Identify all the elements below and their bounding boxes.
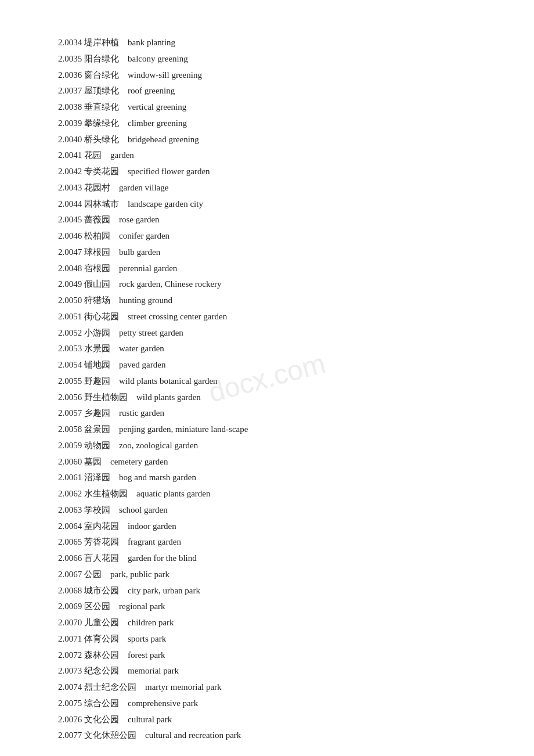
- entry-code: 2.0056: [58, 393, 84, 402]
- list-item: 2.0060 墓园 cemetery garden: [58, 454, 488, 470]
- entry-code: 2.0044: [58, 199, 84, 208]
- list-item: 2.0046 松柏园 conifer garden: [58, 228, 488, 244]
- list-item: 2.0058 盆景园 penjing garden, miniature lan…: [58, 422, 488, 438]
- entry-chinese: 学校园: [84, 505, 110, 514]
- entry-english: children park: [128, 618, 174, 627]
- entry-english: hunting ground: [119, 296, 172, 305]
- list-item: 2.0063 学校园 school garden: [58, 502, 488, 519]
- entry-code: 2.0041: [58, 150, 84, 160]
- content-list: 2.0034 堤岸种植 bank planting2.0035 阳台绿化 bal…: [58, 35, 488, 744]
- entry-english: wild plants garden: [136, 393, 201, 402]
- entry-chinese: 盆景园: [84, 424, 110, 434]
- list-item: 2.0068 城市公园 city park, urban park: [58, 583, 488, 599]
- list-item: 2.0050 狩猎场 hunting ground: [58, 293, 488, 309]
- entry-english: cultural park: [128, 715, 172, 724]
- entry-code: 2.0075: [58, 699, 84, 708]
- entry-chinese: 球根园: [84, 247, 110, 257]
- entry-chinese: 小游园: [84, 328, 110, 337]
- list-item: 2.0037 屋顶绿化 roof greening: [58, 83, 488, 99]
- list-item: 2.0062 水生植物园 aquatic plants garden: [58, 486, 488, 502]
- entry-chinese: 文化公园: [84, 715, 119, 724]
- entry-english: zoo, zoological garden: [119, 441, 198, 450]
- entry-code: 2.0048: [58, 264, 84, 273]
- entry-english: city park, urban park: [128, 586, 200, 595]
- entry-code: 2.0050: [58, 296, 84, 305]
- entry-chinese: 蔷薇园: [84, 215, 110, 224]
- entry-code: 2.0034: [58, 38, 84, 47]
- entry-chinese: 墓园: [84, 457, 102, 466]
- entry-english: petty street garden: [119, 328, 183, 337]
- entry-chinese: 水景园: [84, 344, 110, 353]
- entry-code: 2.0039: [58, 118, 84, 128]
- list-item: 2.0061 沼泽园 bog and marsh garden: [58, 470, 488, 486]
- entry-chinese: 野生植物园: [84, 393, 128, 402]
- entry-code: 2.0036: [58, 70, 84, 80]
- entry-english: bank planting: [128, 38, 175, 47]
- entry-english: rock garden, Chinese rockery: [119, 279, 222, 289]
- entry-code: 2.0068: [58, 586, 84, 595]
- entry-english: school garden: [119, 505, 168, 514]
- list-item: 2.0054 铺地园 paved garden: [58, 357, 488, 373]
- entry-english: cultural and recreation park: [145, 730, 241, 740]
- list-item: 2.0042 专类花园 specified flower garden: [58, 164, 488, 180]
- list-item: 2.0043 花园村 garden village: [58, 180, 488, 196]
- entry-chinese: 儿童公园: [84, 618, 119, 627]
- entry-chinese: 野趣园: [84, 376, 110, 386]
- list-item: 2.0051 街心花园 street crossing center garde…: [58, 309, 488, 325]
- entry-english: climber greening: [128, 118, 187, 128]
- entry-chinese: 铺地园: [84, 360, 110, 369]
- entry-chinese: 城市公园: [84, 586, 119, 595]
- list-item: 2.0052 小游园 petty street garden: [58, 325, 488, 341]
- entry-code: 2.0074: [58, 682, 84, 692]
- entry-code: 2.0049: [58, 279, 84, 289]
- entry-code: 2.0064: [58, 521, 84, 531]
- entry-code: 2.0054: [58, 360, 84, 369]
- entry-code: 2.0060: [58, 457, 84, 466]
- entry-code: 2.0042: [58, 167, 84, 176]
- list-item: 2.0041 花园 garden: [58, 147, 488, 164]
- entry-chinese: 水生植物园: [84, 489, 128, 498]
- list-item: 2.0071 体育公园 sports park: [58, 631, 488, 647]
- list-item: 2.0053 水景园 water garden: [58, 341, 488, 357]
- list-item: 2.0049 假山园 rock garden, Chinese rockery: [58, 276, 488, 293]
- entry-chinese: 乡趣园: [84, 408, 110, 417]
- entry-code: 2.0053: [58, 344, 84, 353]
- entry-english: park, public park: [110, 570, 169, 579]
- entry-english: wild plants botanical garden: [119, 376, 218, 386]
- entry-chinese: 阳台绿化: [84, 54, 119, 63]
- entry-chinese: 堤岸种植: [84, 38, 119, 47]
- entry-english: forest park: [128, 650, 165, 660]
- entry-english: martyr memorial park: [145, 682, 222, 692]
- entry-english: conifer garden: [119, 231, 169, 240]
- list-item: 2.0075 综合公园 comprehensive park: [58, 696, 488, 712]
- entry-code: 2.0046: [58, 231, 84, 240]
- entry-chinese: 假山园: [84, 279, 110, 289]
- entry-chinese: 花园: [84, 150, 102, 160]
- entry-chinese: 区公园: [84, 602, 110, 611]
- list-item: 2.0072 森林公园 forest park: [58, 647, 488, 664]
- entry-english: garden: [110, 150, 134, 160]
- entry-english: comprehensive park: [128, 699, 198, 708]
- entry-english: paved garden: [119, 360, 165, 369]
- entry-english: landscape garden city: [128, 199, 203, 208]
- entry-english: aquatic plants garden: [136, 489, 210, 498]
- list-item: 2.0070 儿童公园 children park: [58, 615, 488, 631]
- entry-english: specified flower garden: [128, 167, 210, 176]
- entry-code: 2.0061: [58, 473, 84, 482]
- list-item: 2.0038 垂直绿化 vertical greening: [58, 99, 488, 116]
- entry-english: garden village: [119, 183, 168, 192]
- entry-english: bog and marsh garden: [119, 473, 196, 482]
- entry-code: 2.0069: [58, 602, 84, 611]
- entry-code: 2.0059: [58, 441, 84, 450]
- list-item: 2.0047 球根园 bulb garden: [58, 244, 488, 261]
- entry-chinese: 纪念公园: [84, 666, 119, 675]
- list-item: 2.0044 园林城市 landscape garden city: [58, 196, 488, 213]
- list-item: 2.0034 堤岸种植 bank planting: [58, 35, 488, 51]
- entry-chinese: 园林城市: [84, 199, 119, 208]
- entry-chinese: 狩猎场: [84, 296, 110, 305]
- entry-chinese: 沼泽园: [84, 473, 110, 482]
- entry-english: rustic garden: [119, 408, 164, 417]
- entry-english: rose garden: [119, 215, 160, 224]
- list-item: 2.0040 桥头绿化 bridgehead greening: [58, 132, 488, 148]
- entry-code: 2.0057: [58, 408, 84, 417]
